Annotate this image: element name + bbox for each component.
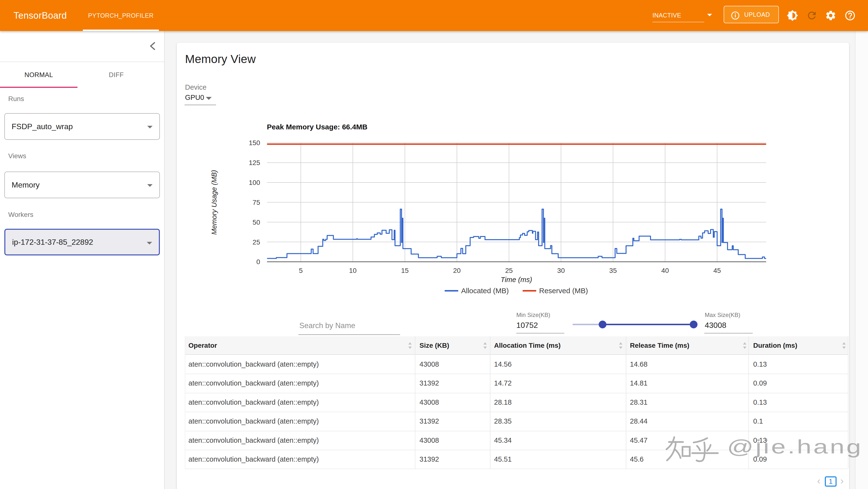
- svg-text:45: 45: [713, 267, 721, 274]
- svg-text:5: 5: [299, 267, 303, 274]
- svg-text:25: 25: [505, 267, 513, 274]
- svg-text:100: 100: [249, 179, 260, 186]
- svg-text:Time (ms): Time (ms): [501, 276, 532, 284]
- svg-text:10: 10: [349, 267, 356, 274]
- svg-text:20: 20: [453, 267, 461, 274]
- svg-text:35: 35: [609, 267, 617, 274]
- svg-text:0: 0: [256, 258, 260, 266]
- svg-text:15: 15: [401, 267, 409, 274]
- svg-text:30: 30: [557, 267, 565, 274]
- svg-text:40: 40: [661, 267, 669, 274]
- svg-text:25: 25: [253, 238, 260, 246]
- svg-text:125: 125: [249, 159, 260, 167]
- svg-text:Allocated (MB): Allocated (MB): [461, 287, 509, 295]
- svg-text:75: 75: [253, 199, 260, 206]
- svg-text:Memory Usage (MB): Memory Usage (MB): [210, 170, 218, 235]
- svg-text:50: 50: [253, 219, 260, 226]
- svg-text:150: 150: [249, 139, 260, 147]
- svg-text:Reserved (MB): Reserved (MB): [539, 287, 588, 295]
